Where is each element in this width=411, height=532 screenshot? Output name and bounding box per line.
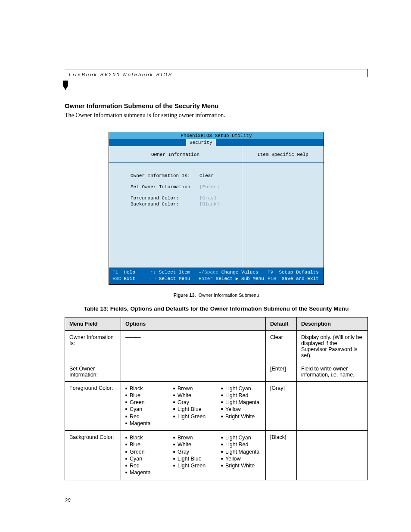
bios-key-f1: F1 [112, 270, 118, 275]
bullet-icon: ■ [221, 441, 225, 447]
table-cell-menu-field: Owner Information Is: [65, 330, 121, 362]
option-label: Cyan [130, 406, 142, 413]
bullet-icon: ■ [173, 462, 177, 468]
table-cell-description [297, 381, 368, 431]
bullet-icon: ■ [125, 399, 130, 404]
bios-key-change-values: Change Values [221, 270, 258, 275]
bios-row-owner-info-is: Owner Information Is: Clear [131, 173, 242, 178]
table-row: Foreground Color:■Black■Blue■Green■Cyan■… [65, 381, 368, 431]
bullet-icon: ■ [221, 413, 225, 419]
option-label: Gray [177, 399, 189, 406]
table-cell-description [297, 431, 368, 480]
bullet-icon: ■ [221, 434, 225, 440]
option-label: Bright White [225, 462, 255, 469]
option-item: ■Light Magenta [221, 448, 261, 455]
bullet-icon: ■ [173, 455, 177, 461]
bios-field-value: [Gray] [199, 196, 217, 201]
bullet-icon: ■ [221, 399, 225, 404]
option-item: ■Brown [173, 385, 213, 392]
table-cell-default: [Enter] [266, 362, 297, 381]
bios-row-set-owner-info: Set Owner Information [Enter] [131, 184, 242, 190]
bullet-icon: ■ [125, 434, 130, 440]
option-label: Light Cyan [225, 434, 251, 441]
table-cell-options: ■Black■Blue■Green■Cyan■Red■Magenta■Brown… [121, 431, 266, 480]
bios-key-esc: ESC [112, 276, 121, 281]
option-label: Light Blue [177, 455, 202, 462]
bullet-icon: ■ [221, 455, 225, 461]
option-item: ■Bright White [221, 462, 261, 469]
figure-text: Owner Information Submenu [199, 292, 259, 298]
bios-help-title: Item Specific Help [242, 146, 324, 163]
bullet-icon: ■ [125, 420, 130, 426]
bullet-icon: ■ [173, 413, 177, 419]
bullet-icon: ■ [125, 448, 130, 454]
bios-key-enter: Enter [199, 276, 213, 281]
bios-field-label: Owner Information Is: [131, 173, 199, 178]
fields-table: Menu Field Options Default Description O… [65, 317, 368, 480]
option-label: Blue [130, 392, 140, 399]
option-label: Bright White [225, 413, 255, 420]
bios-key-updown: ↑↓ [150, 270, 156, 275]
option-item: ■Red [125, 413, 165, 420]
bios-key-f9: F9 [268, 270, 273, 275]
option-label: Light Green [177, 413, 206, 420]
table-header-default: Default [266, 317, 297, 330]
table-header-row: Menu Field Options Default Description [65, 317, 368, 330]
bullet-icon: ■ [173, 434, 177, 440]
bullet-icon: ■ [173, 406, 177, 411]
option-item: ■Yellow [221, 455, 261, 462]
bios-key-setup-defaults: Setup Defaults [279, 270, 318, 275]
table-header-menu-field: Menu Field [65, 317, 121, 330]
bios-key-help: Help [124, 270, 135, 275]
table-header-options: Options [121, 317, 266, 330]
option-label: Black [130, 434, 143, 441]
option-label: White [177, 392, 191, 399]
table-cell-menu-field: Background Color: [65, 431, 121, 480]
table-row: Background Color:■Black■Blue■Green■Cyan■… [65, 431, 368, 480]
bullet-icon: ■ [125, 462, 130, 468]
figure-label: Figure 13. [174, 292, 196, 298]
table-row: Set Owner Information:———[Enter]Field to… [65, 362, 368, 381]
option-item: ■White [173, 441, 213, 448]
option-item: ■Light Green [173, 462, 213, 469]
bios-row-foreground-color: Foreground Color: [Gray] [131, 196, 242, 201]
option-item: ■Black [125, 385, 165, 392]
option-label: Light Magenta [225, 399, 259, 406]
option-label: Red [130, 462, 140, 469]
option-item: ■White [173, 392, 213, 399]
bullet-icon: ■ [221, 462, 225, 468]
option-label: Light Cyan [225, 385, 251, 392]
table-cell-default: [Black] [266, 431, 297, 480]
option-item: ■Cyan [125, 406, 165, 413]
bios-title: PhoenixBIOS Setup Utility [109, 132, 324, 139]
bios-tab-security: Security [186, 139, 216, 146]
bullet-icon: ■ [221, 385, 225, 391]
bullet-icon: ■ [125, 455, 130, 461]
table-cell-default: [Gray] [266, 381, 297, 431]
option-item: ■Black [125, 434, 165, 441]
bios-field-value: [Enter] [199, 184, 219, 190]
bullet-icon: ■ [173, 385, 177, 391]
running-header: LifeBook B6200 Notebook BIOS [65, 69, 368, 77]
option-item: ■Cyan [125, 455, 165, 462]
option-label: White [177, 441, 191, 448]
svg-marker-0 [63, 81, 68, 90]
option-label: Yellow [225, 455, 241, 462]
bullet-icon: ■ [173, 441, 177, 447]
option-label: Light Red [225, 392, 249, 399]
bios-key-f10: F10 [268, 276, 276, 281]
option-item: ■Blue [125, 392, 165, 399]
bullet-icon: ■ [173, 399, 177, 404]
option-label: Yellow [225, 406, 241, 413]
table-cell-description: Display only. (Will only be displayed if… [297, 330, 368, 362]
table-cell-options: ——— [121, 330, 266, 362]
option-item: ■Blue [125, 441, 165, 448]
bullet-icon: ■ [221, 406, 225, 411]
bios-panel-title: Owner Information [109, 146, 242, 163]
table-header-description: Description [297, 317, 368, 330]
bios-key-exit: Exit [124, 276, 135, 281]
option-item: ■Light Blue [173, 406, 213, 413]
option-item: ■Yellow [221, 406, 261, 413]
figure-caption: Figure 13. Owner Information Submenu [65, 292, 368, 298]
bios-field-value: [Black] [199, 202, 219, 207]
